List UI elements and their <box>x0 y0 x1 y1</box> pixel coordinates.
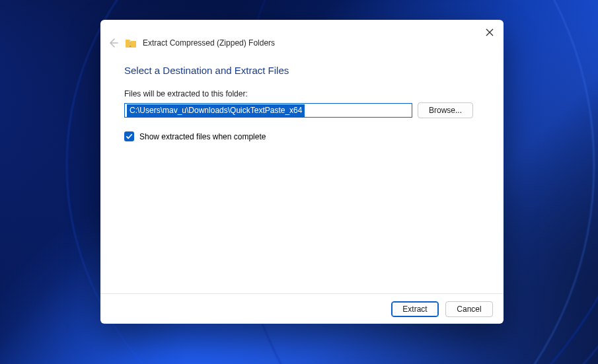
destination-path-value: C:\Users\mav_u\Downloads\QuickTextPaste_… <box>127 104 305 117</box>
desktop-background: Extract Compressed (Zipped) Folders Sele… <box>0 0 598 364</box>
svg-rect-0 <box>130 41 131 47</box>
folder-label: Files will be extracted to this folder: <box>124 89 494 98</box>
checkmark-icon <box>126 133 133 140</box>
zipped-folder-icon <box>126 38 136 48</box>
destination-path-input[interactable]: C:\Users\mav_u\Downloads\QuickTextPaste_… <box>124 103 412 118</box>
dialog-footer: Extract Cancel <box>100 293 504 324</box>
extract-dialog: Extract Compressed (Zipped) Folders Sele… <box>100 20 504 324</box>
svg-rect-2 <box>130 43 131 44</box>
cancel-button[interactable]: Cancel <box>445 301 493 317</box>
svg-rect-3 <box>130 44 131 45</box>
window-title: Extract Compressed (Zipped) Folders <box>143 38 275 48</box>
show-extracted-label: Show extracted files when complete <box>139 132 266 141</box>
svg-rect-1 <box>130 41 131 42</box>
page-heading: Select a Destination and Extract Files <box>124 65 494 76</box>
extract-button[interactable]: Extract <box>391 301 439 317</box>
back-button[interactable] <box>107 37 119 49</box>
back-arrow-icon <box>108 38 118 48</box>
browse-button[interactable]: Browse... <box>418 102 473 118</box>
show-extracted-checkbox[interactable] <box>124 131 134 141</box>
